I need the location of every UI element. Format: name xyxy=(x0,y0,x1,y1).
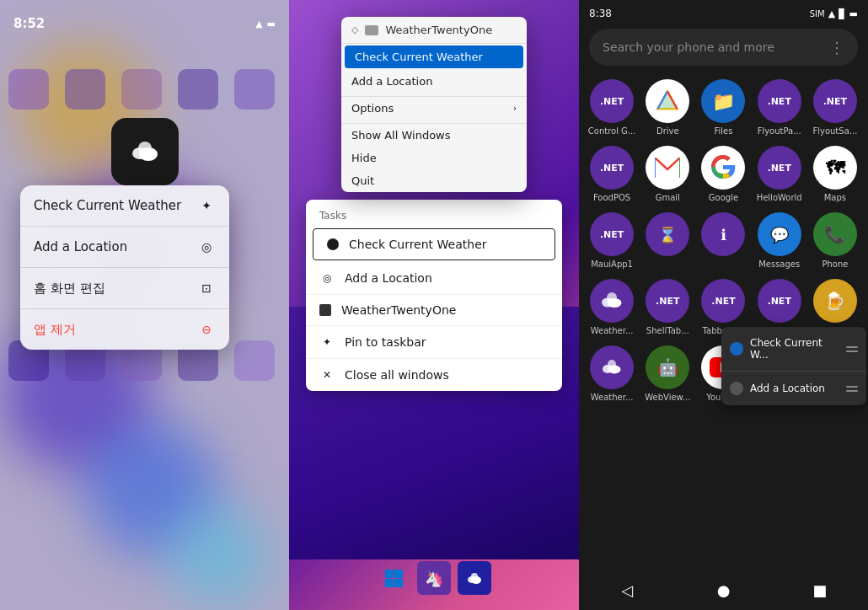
android-app-maps[interactable]: 🗺 Maps xyxy=(809,142,861,206)
ios-menu-add-location[interactable]: Add a Location ◎ xyxy=(20,227,229,268)
timer-icon: ⌛ xyxy=(646,212,689,256)
app-icon-small xyxy=(365,25,378,35)
helloworld-icon: .NET xyxy=(758,146,801,190)
android-weather-app-wrapper: Weather... xyxy=(586,276,638,339)
flyoutsa-icon: .NET xyxy=(813,79,857,123)
android-app-webview[interactable]: 🤖 WebView... xyxy=(641,342,694,405)
weather-app-icon[interactable] xyxy=(111,118,179,185)
ios-menu-remove-app[interactable]: 앱 제거 ⊖ xyxy=(20,309,229,350)
tabbedp-icon: .NET xyxy=(701,279,745,323)
android-app-foodpos[interactable]: .NET FoodPOS xyxy=(586,142,638,206)
teststyles-icon: .NET xyxy=(758,279,801,323)
win-task-pin[interactable]: ✦ Pin to taskbar xyxy=(306,326,562,359)
mac-menu-add-location[interactable]: Add a Location xyxy=(341,70,527,93)
google-icon xyxy=(701,146,745,190)
android-weather-popup: Check Current W... Add a Location xyxy=(721,327,866,405)
android-app-gmail[interactable]: Gmail xyxy=(641,142,694,206)
android-app-info[interactable]: ℹ xyxy=(697,209,749,272)
foodpos-icon: .NET xyxy=(590,146,634,190)
task-bullet-icon xyxy=(327,238,339,250)
svg-point-12 xyxy=(471,576,481,584)
win-task-header: Tasks xyxy=(306,200,562,227)
android-app-flyoutpa[interactable]: .NET FlyoutPa... xyxy=(753,76,806,139)
drive-icon xyxy=(646,79,689,123)
android-home-button[interactable]: ● xyxy=(706,573,740,607)
android-app-mauiapp1[interactable]: .NET MauiApp1 xyxy=(586,209,638,272)
win-weather-icon xyxy=(464,568,485,588)
win-start-icon[interactable] xyxy=(377,561,410,595)
android-panel: 8:38 SIM ▲ ▊ ▬ Search your phone and mor… xyxy=(579,0,868,610)
win-task-add-location[interactable]: ◎ Add a Location xyxy=(306,262,562,295)
popup-location-dot xyxy=(730,382,743,395)
flyoutpa-icon: .NET xyxy=(758,79,801,123)
weather-menu-icon: ✦ xyxy=(197,196,216,215)
android-recents-button[interactable]: ■ xyxy=(803,573,837,607)
android-more-icon[interactable]: ⋮ xyxy=(829,39,844,56)
win-app2-icon[interactable]: 🦄 xyxy=(417,561,451,595)
mac-dropdown-area: ◇ WeatherTwentyOne Check Current Weather… xyxy=(314,17,554,192)
tmoble-icon: 🍺 xyxy=(813,279,857,323)
win-task-panel: Tasks Check Current Weather ◎ Add a Loca… xyxy=(306,200,562,391)
mac-menu-check-weather[interactable]: Check Current Weather xyxy=(345,45,523,68)
task-app-icon xyxy=(319,304,331,316)
android-search-text: Search your phone and more xyxy=(603,40,774,54)
mac-menu-options[interactable]: Options › xyxy=(341,96,527,120)
win-task-close[interactable]: ✕ Close all windows xyxy=(306,359,562,391)
mac-menu-show-windows[interactable]: Show All Windows xyxy=(341,123,527,147)
win-task-check-weather[interactable]: Check Current Weather xyxy=(313,228,555,260)
ios-menu-check-weather[interactable]: Check Current Weather ✦ xyxy=(20,185,229,227)
android-search-bar[interactable]: Search your phone and more ⋮ xyxy=(589,29,858,66)
ios-panel: 8:52 ▲ ▬ Check Current Weather ✦ Add a L… xyxy=(0,0,289,610)
mac-panel: ◇ WeatherTwentyOne Check Current Weather… xyxy=(289,0,579,610)
svg-point-2 xyxy=(139,147,158,161)
android-app-weather[interactable]: Weather... xyxy=(586,276,638,339)
android-app-flyoutsa[interactable]: .NET FlyoutSa... xyxy=(809,76,861,139)
remove-menu-icon: ⊖ xyxy=(197,320,216,339)
popup-drag-handle xyxy=(846,346,858,352)
info-icon: ℹ xyxy=(701,212,745,256)
mac-menu-hide[interactable]: Hide xyxy=(341,147,527,169)
weather-app-icon xyxy=(599,288,624,313)
diamond-icon: ◇ xyxy=(351,24,358,35)
android-app-google[interactable]: Google xyxy=(697,142,749,206)
svg-point-22 xyxy=(608,298,622,308)
android-popup-add-location[interactable]: Add a Location xyxy=(721,372,866,405)
mac-menu-header: ◇ WeatherTwentyOne xyxy=(341,17,527,44)
weather2-icon xyxy=(590,345,634,389)
win-weather-taskbar-icon[interactable] xyxy=(458,561,491,595)
android-nav-bar: ◁ ● ■ xyxy=(579,570,868,610)
gmail-icon xyxy=(646,146,689,190)
android-app-phone[interactable]: 📞 Phone xyxy=(809,209,861,272)
android-sim-icon: SIM xyxy=(810,9,825,19)
mauiapp1-icon: .NET xyxy=(590,212,634,256)
android-signal-icon: ▊ xyxy=(839,8,845,19)
ios-menu-edit-home[interactable]: 홈 화면 편집 ⊡ xyxy=(20,268,229,309)
win-taskbar: 🦄 xyxy=(289,554,579,602)
android-app-files[interactable]: 📁 Files xyxy=(697,76,749,139)
windows-logo-icon xyxy=(383,568,404,588)
android-status-icons: SIM ▲ ▊ ▬ xyxy=(810,8,858,19)
android-wifi-icon: ▲ xyxy=(828,8,835,19)
android-app-shelltab[interactable]: .NET ShellTab... xyxy=(641,276,694,339)
ios-context-menu: Check Current Weather ✦ Add a Location ◎… xyxy=(20,185,229,350)
android-app-helloworld[interactable]: .NET HelloWorld xyxy=(753,142,806,206)
popup-location-label: Add a Location xyxy=(750,383,839,394)
android-app-drive[interactable]: Drive xyxy=(641,76,694,139)
android-weather-icon xyxy=(590,279,634,323)
ios-status-bar: 8:52 ▲ ▬ xyxy=(0,0,289,37)
submenu-chevron-icon: › xyxy=(513,104,517,113)
messages-icon: 💬 xyxy=(758,212,801,256)
popup-weather-label: Check Current W... xyxy=(750,337,839,361)
android-back-button[interactable]: ◁ xyxy=(610,573,644,607)
android-app-timer[interactable]: ⌛ xyxy=(641,209,694,272)
drive-logo-icon xyxy=(656,89,679,113)
android-app-messages[interactable]: 💬 Messages xyxy=(753,209,806,272)
mac-menu-quit[interactable]: Quit xyxy=(341,169,527,192)
android-app-weather2[interactable]: Weather... xyxy=(586,342,638,405)
weather-cloud-small-icon xyxy=(599,355,624,380)
android-app-controlgee[interactable]: .NET Control G... xyxy=(586,76,638,139)
android-popup-check-weather[interactable]: Check Current W... xyxy=(721,327,866,372)
edit-menu-icon: ⊡ xyxy=(197,279,216,297)
win-task-app[interactable]: WeatherTwentyOne xyxy=(306,295,562,326)
android-status-bar: 8:38 SIM ▲ ▊ ▬ xyxy=(579,0,868,24)
